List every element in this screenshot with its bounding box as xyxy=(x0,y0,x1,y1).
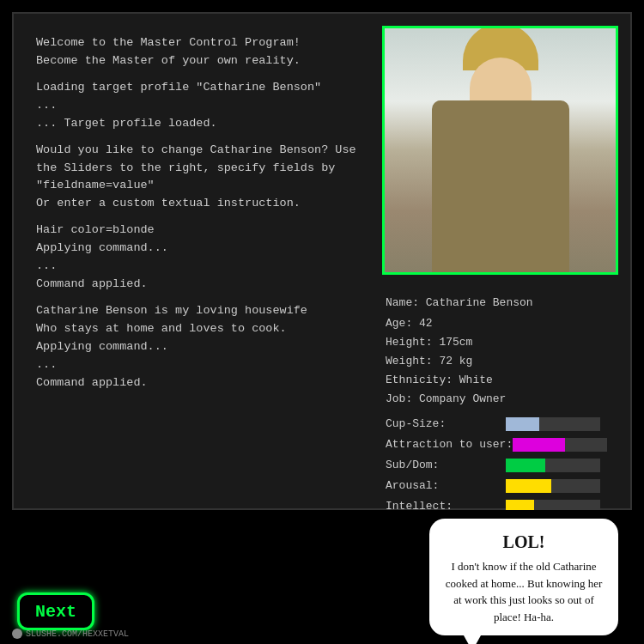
arousal-label: Arousal: xyxy=(386,477,506,495)
bubble-lol: LOL! xyxy=(441,529,606,555)
applied1-text: Command applied. xyxy=(36,276,363,294)
slushe-icon xyxy=(12,629,22,639)
profile-name: Name: Catharine Benson xyxy=(386,294,618,313)
attraction-bar-fill xyxy=(513,438,565,452)
next-button[interactable]: Next xyxy=(17,592,94,630)
loading-block: Loading target profile "Catharine Benson… xyxy=(36,79,363,133)
speech-bubble: LOL! I don't know if the old Catharine c… xyxy=(429,519,618,635)
profile-height: Height: 175cm xyxy=(386,333,618,352)
subdom-label: Sub/Dom: xyxy=(386,456,506,475)
watermark-text: SLUSHE.COM/HEXXETVAL xyxy=(26,629,129,639)
applied2-text: Command applied. xyxy=(36,374,363,392)
loading-text: Loading target profile "Catharine Benson… xyxy=(36,81,321,130)
welcome-block: Welcome to the Master Control Program! B… xyxy=(36,34,363,70)
change-prompt-text: Would you like to change Catharine Benso… xyxy=(36,143,363,210)
arousal-row: Arousal: xyxy=(386,477,618,495)
arousal-bar-bg xyxy=(506,479,600,493)
profile-job: Job: Company Owner xyxy=(386,390,618,409)
next-label: Next xyxy=(35,602,76,622)
cup-label: Cup-Size: xyxy=(386,415,506,434)
profile-age: Age: 42 xyxy=(386,314,618,333)
cup-size-row: Cup-Size: xyxy=(386,415,618,434)
cup-bar-bg xyxy=(506,417,600,431)
command1-block: Hair color=blonde Applying command... ..… xyxy=(36,222,363,294)
custom-text: Catharine Benson is my loving housewife … xyxy=(36,302,363,338)
profile-weight: Weight: 72 kg xyxy=(386,352,618,371)
welcome-text: Welcome to the Master Control Program! B… xyxy=(36,36,301,67)
attraction-label: Attraction to user: xyxy=(386,435,513,454)
applying1-text: Applying command... xyxy=(36,240,363,258)
bottom-area: LOL! I don't know if the old Catharine c… xyxy=(0,510,644,644)
applying2-text: Applying command... xyxy=(36,338,363,356)
main-panel: Welcome to the Master Control Program! B… xyxy=(12,12,632,510)
arousal-bar-fill xyxy=(506,479,551,493)
watermark: SLUSHE.COM/HEXXETVAL xyxy=(12,629,129,639)
subdom-bar-bg xyxy=(506,459,600,472)
stats-panel: Name: Catharine Benson Age: 42 Height: 1… xyxy=(382,289,618,518)
bubble-text: I don't know if the old Catharine cooked… xyxy=(446,560,603,623)
change-prompt-block: Would you like to change Catharine Benso… xyxy=(36,142,363,214)
cup-bar-fill xyxy=(506,417,539,431)
profile-ethnicity: Ethnicity: White xyxy=(386,371,618,390)
left-text-panel: Welcome to the Master Control Program! B… xyxy=(26,26,374,502)
apron-shape xyxy=(432,100,569,272)
dots1-text: ... xyxy=(36,258,363,276)
profile-image-area xyxy=(382,26,618,275)
subdom-row: Sub/Dom: xyxy=(386,456,618,475)
command1-label: Hair color=blonde xyxy=(36,222,363,240)
custom-command-block: Catharine Benson is my loving housewife … xyxy=(36,302,363,392)
attraction-bar-bg xyxy=(513,438,607,452)
dots2-text: ... xyxy=(36,356,363,374)
attraction-row: Attraction to user: xyxy=(386,435,618,454)
subdom-bar-fill xyxy=(506,459,545,472)
